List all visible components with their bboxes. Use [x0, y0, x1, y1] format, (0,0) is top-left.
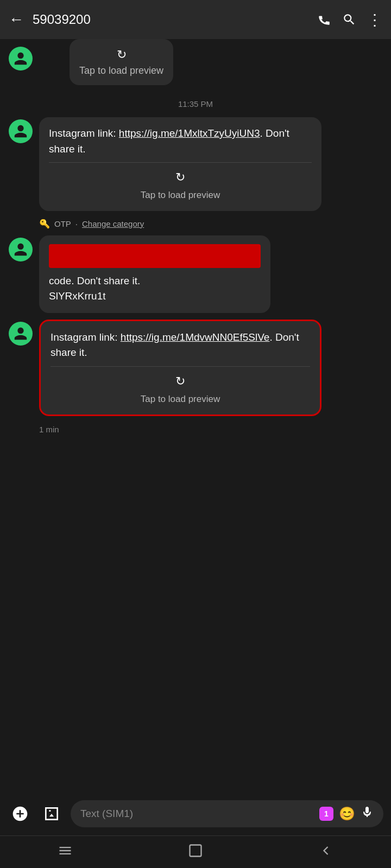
text-input[interactable] — [80, 808, 314, 820]
input-bar: 1 😊 — [0, 792, 391, 835]
refresh-icon: ↻ — [79, 48, 163, 62]
key-icon: 🔑 — [39, 219, 50, 229]
message-row-instagram-2: Instagram link: https://ig.me/1MdvwNN0Ef… — [9, 320, 382, 417]
instagram-message-2-text-before: Instagram link: — [51, 331, 121, 343]
media-button[interactable] — [39, 801, 64, 826]
search-icon[interactable] — [342, 12, 356, 27]
refresh-icon-2: ↻ — [49, 168, 312, 186]
time-ago: 1 min — [39, 425, 382, 434]
avatar — [9, 119, 33, 143]
message-row-otp: code. Don't share it.SlYRxKrru1t — [9, 235, 382, 313]
avatar — [9, 238, 33, 261]
otp-separator: · — [75, 219, 78, 228]
message-row-partial: ↻ Tap to load preview — [9, 44, 382, 91]
more-icon[interactable]: ⋮ — [367, 11, 382, 29]
preview-area-2[interactable]: ↻ Tap to load preview — [51, 366, 310, 406]
back-button[interactable]: ← — [9, 11, 24, 28]
text-input-wrap: 1 😊 — [71, 800, 383, 827]
preview-area-1[interactable]: ↻ Tap to load preview — [49, 162, 312, 202]
toolbar-actions: ⋮ — [317, 11, 382, 29]
emoji-button[interactable]: 😊 — [339, 806, 355, 821]
instagram-link-2[interactable]: https://ig.me/1MdvwNN0Ef5SlVe — [121, 331, 270, 343]
avatar — [9, 322, 33, 346]
timestamp-1135: 11:35 PM — [9, 99, 382, 108]
messages-container: ↻ Tap to load preview 11:35 PM Instagram… — [0, 39, 391, 792]
otp-message-bubble: code. Don't share it.SlYRxKrru1t — [39, 235, 270, 313]
message-row-instagram-1: Instagram link: https://ig.me/1MxltxTzyU… — [9, 117, 382, 211]
nav-menu-button[interactable] — [58, 843, 73, 861]
tap-to-load-text-2: Tap to load preview — [49, 188, 312, 202]
sim-badge: 1 — [319, 807, 333, 821]
mic-button[interactable] — [361, 806, 374, 822]
otp-label-row: 🔑 OTP · Change category — [39, 219, 382, 229]
instagram-link-1[interactable]: https://ig.me/1MxltxTzyUyiUN3 — [119, 127, 260, 139]
nav-bar — [0, 835, 391, 868]
add-button[interactable] — [8, 801, 33, 826]
nav-home-button[interactable] — [188, 843, 203, 861]
tap-to-load-text-3: Tap to load preview — [51, 392, 310, 406]
toolbar: ← 59039200 ⋮ — [0, 0, 391, 39]
nav-back-button[interactable] — [318, 843, 333, 861]
redacted-bar — [49, 244, 261, 268]
otp-message-text: code. Don't share it.SlYRxKrru1t — [49, 275, 140, 302]
instagram-message-2-bubble: Instagram link: https://ig.me/1MdvwNN0Ef… — [39, 320, 321, 417]
otp-label-text: OTP — [54, 219, 71, 228]
svg-rect-0 — [190, 845, 201, 856]
refresh-icon-3: ↻ — [51, 372, 310, 390]
avatar — [9, 47, 33, 71]
tap-to-load-preview-bubble[interactable]: ↻ Tap to load preview — [70, 39, 173, 85]
tap-to-load-text: Tap to load preview — [79, 65, 163, 76]
instagram-message-1-bubble: Instagram link: https://ig.me/1MxltxTzyU… — [39, 117, 321, 211]
call-icon[interactable] — [317, 12, 331, 27]
instagram-message-1-text-before: Instagram link: — [49, 127, 119, 139]
change-category-link[interactable]: Change category — [82, 219, 144, 228]
page-title: 59039200 — [33, 12, 308, 27]
